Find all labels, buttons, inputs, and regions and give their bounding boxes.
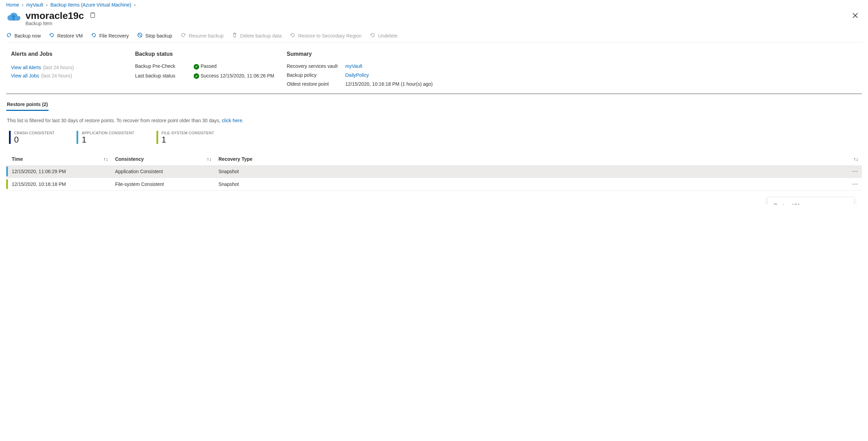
col-time[interactable]: Time ↑↓ [8, 153, 112, 165]
vault-link[interactable]: myVault [345, 63, 857, 69]
chevron-right-icon: › [22, 2, 23, 8]
time-window-label: (last 24 hours) [43, 65, 74, 70]
breadcrumb-home[interactable]: Home [6, 2, 19, 8]
success-check-icon: ✓ [194, 73, 199, 79]
col-recovery[interactable]: Recovery Type [215, 153, 834, 165]
counter-value: 1 [82, 136, 134, 144]
oldest-label: Oldest restore point [287, 81, 345, 87]
counter-application: APPLICATION CONSISTENT 1 [76, 131, 134, 144]
row-color-bar [6, 167, 8, 176]
page-subtitle: Backup Item [25, 21, 96, 26]
col-actions[interactable]: ↑↓ [834, 153, 862, 165]
counter-crash: CRASH CONSISTENT 0 [9, 131, 54, 144]
section-title: Summary [287, 51, 857, 57]
restore-points-table: Time ↑↓ Consistency ↑↓ Recovery Type ↑↓ … [6, 153, 862, 191]
cell-consistency: File-system Consistent [112, 178, 215, 191]
toolbar-label: Restore VM [57, 33, 83, 39]
cell-time: 12/15/2020, 10:16:18 PM [8, 178, 112, 191]
precheck-value: Passed [201, 63, 217, 69]
stop-backup-button[interactable]: Stop backup [137, 32, 172, 39]
sort-icon: ↑↓ [207, 156, 212, 162]
last-backup-label: Last backup status [135, 73, 194, 79]
col-consistency[interactable]: Consistency ↑↓ [112, 153, 215, 165]
view-all-alerts-link[interactable]: View all Alerts [11, 65, 41, 70]
section-title: Alerts and Jobs [11, 51, 128, 57]
pin-icon[interactable] [90, 12, 96, 20]
counter-bar [9, 131, 11, 144]
trash-icon [232, 32, 237, 39]
row-context-menu: Restore VM File Recovery [767, 197, 854, 204]
prohibit-icon [137, 32, 143, 39]
refresh-icon [181, 32, 186, 39]
undo-icon [49, 32, 54, 39]
row-color-bar [6, 179, 8, 189]
counter-bar [76, 131, 78, 144]
older-points-link[interactable]: click here [222, 118, 242, 123]
alerts-section: Alerts and Jobs View all Alerts (last 24… [11, 51, 128, 87]
cell-recovery: Snapshot [215, 178, 834, 191]
toolbar-label: Stop backup [145, 33, 172, 39]
breadcrumb-backup-items[interactable]: Backup Items (Azure Virtual Machine) [50, 2, 131, 8]
row-actions-button[interactable]: ··· [834, 178, 862, 191]
table-row[interactable]: 12/15/2020, 11:06:29 PMApplication Consi… [6, 165, 862, 178]
counter-label: APPLICATION CONSISTENT [82, 131, 134, 135]
policy-label: Backup policy [287, 72, 345, 78]
toolbar-label: Backup now [14, 33, 41, 39]
counter-bar [156, 131, 158, 144]
toolbar-label: Undelete [378, 33, 397, 39]
resume-backup-button: Resume backup [181, 32, 224, 39]
backup-now-button[interactable]: Backup now [6, 32, 41, 39]
cell-consistency: Application Consistent [112, 165, 215, 178]
toolbar-label: Restore to Secondary Region [298, 33, 361, 39]
summary-section: Summary Recovery services vault myVault … [287, 51, 857, 87]
counter-value: 0 [14, 136, 54, 144]
delete-backup-button: Delete backup data [232, 32, 282, 39]
breadcrumb-vault[interactable]: myVault [26, 2, 43, 8]
counter-filesystem: FILE-SYSTEM CONSISTENT 1 [156, 131, 214, 144]
toolbar-label: File Recovery [99, 33, 129, 39]
backup-status-section: Backup status Backup Pre-Check ✓ Passed … [135, 51, 280, 87]
policy-link[interactable]: DailyPolicy [345, 72, 857, 78]
svg-rect-0 [91, 13, 94, 18]
last-backup-value: Success 12/15/2020, 11:06:26 PM [201, 73, 274, 78]
precheck-label: Backup Pre-Check [135, 63, 194, 70]
restore-vm-button[interactable]: Restore VM [49, 32, 83, 39]
sort-icon: ↑↓ [103, 156, 108, 162]
row-actions-button[interactable]: ··· [834, 165, 862, 178]
cell-time: 12/15/2020, 11:06:29 PM [8, 165, 112, 178]
tab-restore-points[interactable]: Restore points (2) [6, 102, 49, 111]
chevron-right-icon: › [134, 2, 136, 8]
counter-value: 1 [162, 136, 214, 144]
toolbar-label: Resume backup [189, 33, 224, 39]
sort-icon: ↑↓ [854, 156, 858, 162]
toolbar: Backup now Restore VM File Recovery Stop… [6, 26, 862, 43]
filter-note: This list is filtered for last 30 days o… [7, 118, 862, 123]
view-all-jobs-link[interactable]: View all Jobs [11, 73, 39, 78]
table-row[interactable]: 12/15/2020, 10:16:18 PMFile-system Consi… [6, 178, 862, 191]
close-button[interactable] [849, 10, 862, 22]
vault-label: Recovery services vault [287, 63, 345, 69]
toolbar-label: Delete backup data [240, 33, 282, 39]
undo-icon [290, 32, 295, 39]
undelete-button: Undelete [370, 32, 397, 39]
file-recovery-button[interactable]: File Recovery [91, 32, 129, 39]
counter-label: FILE-SYSTEM CONSISTENT [162, 131, 214, 135]
ctx-restore-vm[interactable]: Restore VM [768, 199, 854, 204]
cell-recovery: Snapshot [215, 165, 834, 178]
cloud-upload-icon [6, 10, 21, 26]
counter-label: CRASH CONSISTENT [14, 131, 54, 135]
breadcrumb: Home › myVault › Backup Items (Azure Vir… [6, 1, 862, 10]
undo-icon [91, 32, 96, 39]
chevron-right-icon: › [46, 2, 48, 8]
undo-icon [370, 32, 375, 39]
cloud-sync-icon [6, 32, 12, 39]
restore-secondary-button: Restore to Secondary Region [290, 32, 361, 39]
time-window-label: (last 24 hours) [41, 73, 72, 78]
oldest-value: 12/15/2020, 10:16:18 PM (1 hour(s) ago) [345, 81, 857, 87]
page-title: vmoracle19c [25, 10, 84, 21]
section-title: Backup status [135, 51, 280, 57]
success-check-icon: ✓ [194, 64, 199, 70]
